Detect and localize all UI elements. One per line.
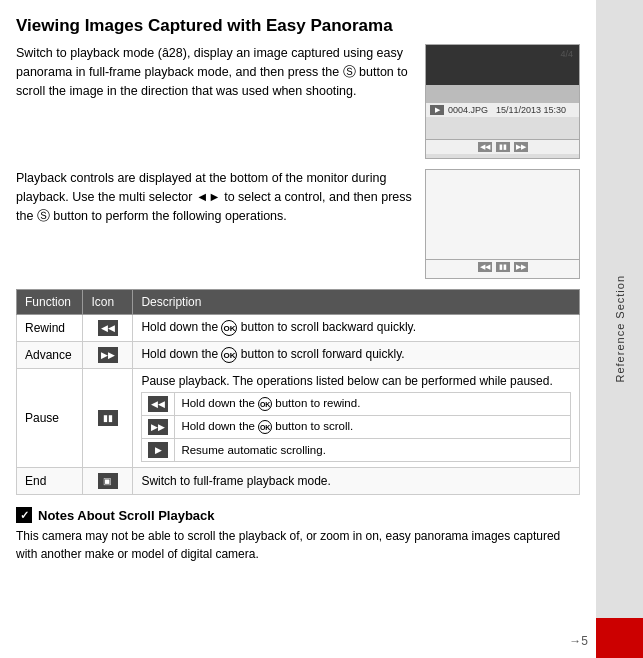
func-rewind-desc: Hold down the OK button to scroll backwa… (133, 315, 580, 342)
col-description: Description (133, 290, 580, 315)
notes-title: ✓ Notes About Scroll Playback (16, 507, 580, 523)
ok-icon: OK (221, 347, 237, 363)
pause-icon: ▮▮ (98, 410, 118, 426)
camera-image: 4/4 ▶ 0004.JPG 15/11/2013 15:30 ◀◀ ▮▮ ▶▶ (425, 44, 580, 159)
ctrl-advance: ▶▶ (514, 142, 528, 152)
table-row: ▶▶ Hold down the OK button to scroll. (142, 416, 571, 439)
func-pause-label: Pause (17, 369, 83, 468)
func-end-label: End (17, 468, 83, 495)
sub-play-desc: Resume automatic scrolling. (175, 439, 571, 462)
ctrl-pause: ▮▮ (496, 142, 510, 152)
table-row: ◀◀ Hold down the OK button to rewind. (142, 393, 571, 416)
col-icon: Icon (83, 290, 133, 315)
notes-heading: Notes About Scroll Playback (38, 508, 215, 523)
func-rewind-icon-cell: ◀◀ (83, 315, 133, 342)
intro-text: Switch to playback mode (â28), display a… (16, 44, 413, 159)
sub-advance-desc: Hold down the OK button to scroll. (175, 416, 571, 439)
camera-screen-mid (426, 85, 579, 103)
playback-text: Playback controls are displayed at the b… (16, 169, 413, 279)
end-icon: ▣ (98, 473, 118, 489)
table-row: Rewind ◀◀ Hold down the OK button to scr… (17, 315, 580, 342)
pause-main-desc: Pause playback. The operations listed be… (141, 374, 552, 388)
func-end-icon-cell: ▣ (83, 468, 133, 495)
camera-info-icon: ▶ (430, 105, 444, 115)
notes-section: ✓ Notes About Scroll Playback This camer… (16, 507, 580, 563)
func-pause-desc: Pause playback. The operations listed be… (133, 369, 580, 468)
pb-rewind: ◀◀ (478, 262, 492, 272)
playback-section: Playback controls are displayed at the b… (16, 169, 580, 279)
sub-play-icon-cell: ▶ (142, 439, 175, 462)
func-advance-icon-cell: ▶▶ (83, 342, 133, 369)
playback-bottom-controls: ◀◀ ▮▮ ▶▶ (426, 259, 579, 274)
func-pause-icon-cell: ▮▮ (83, 369, 133, 468)
camera-info-bar: ▶ 0004.JPG 15/11/2013 15:30 (426, 103, 579, 117)
camera-page-number: 4/4 (560, 49, 573, 59)
camera-date: 15/11/2013 15:30 (496, 105, 566, 115)
playback-image: ◀◀ ▮▮ ▶▶ (425, 169, 580, 279)
func-rewind-label: Rewind (17, 315, 83, 342)
sidebar-label: Reference Section (614, 275, 626, 383)
sub-advance-icon: ▶▶ (148, 419, 168, 435)
intro-section: Switch to playback mode (â28), display a… (16, 44, 580, 159)
ok-icon: OK (258, 420, 272, 434)
pause-sub-table: ◀◀ Hold down the OK button to rewind. ▶▶… (141, 392, 571, 462)
notes-body: This camera may not be able to scroll th… (16, 527, 580, 563)
pb-advance: ▶▶ (514, 262, 528, 272)
sub-rewind-icon: ◀◀ (148, 396, 168, 412)
advance-icon: ▶▶ (98, 347, 118, 363)
col-function: Function (17, 290, 83, 315)
rewind-icon: ◀◀ (98, 320, 118, 336)
main-content: Viewing Images Captured with Easy Panora… (0, 0, 596, 579)
ok-icon: OK (221, 320, 237, 336)
ctrl-rewind: ◀◀ (478, 142, 492, 152)
page-title: Viewing Images Captured with Easy Panora… (16, 16, 580, 36)
table-row: Pause ▮▮ Pause playback. The operations … (17, 369, 580, 468)
camera-filename: 0004.JPG (448, 105, 488, 115)
camera-bottom-controls: ◀◀ ▮▮ ▶▶ (426, 139, 579, 154)
function-table: Function Icon Description Rewind ◀◀ Hold… (16, 289, 580, 495)
sub-rewind-icon-cell: ◀◀ (142, 393, 175, 416)
page-number: →5 (569, 634, 588, 648)
func-advance-label: Advance (17, 342, 83, 369)
func-advance-desc: Hold down the OK button to scroll forwar… (133, 342, 580, 369)
func-end-desc: Switch to full-frame playback mode. (133, 468, 580, 495)
pb-pause: ▮▮ (496, 262, 510, 272)
table-row: Advance ▶▶ Hold down the OK button to sc… (17, 342, 580, 369)
ok-icon: OK (258, 397, 272, 411)
notes-icon: ✓ (16, 507, 32, 523)
sub-advance-icon-cell: ▶▶ (142, 416, 175, 439)
sub-rewind-desc: Hold down the OK button to rewind. (175, 393, 571, 416)
camera-screen-dark (426, 45, 579, 85)
table-row: ▶ Resume automatic scrolling. (142, 439, 571, 462)
sidebar: Reference Section (596, 0, 643, 658)
sidebar-red-bar (596, 618, 643, 658)
sub-play-icon: ▶ (148, 442, 168, 458)
table-row: End ▣ Switch to full-frame playback mode… (17, 468, 580, 495)
